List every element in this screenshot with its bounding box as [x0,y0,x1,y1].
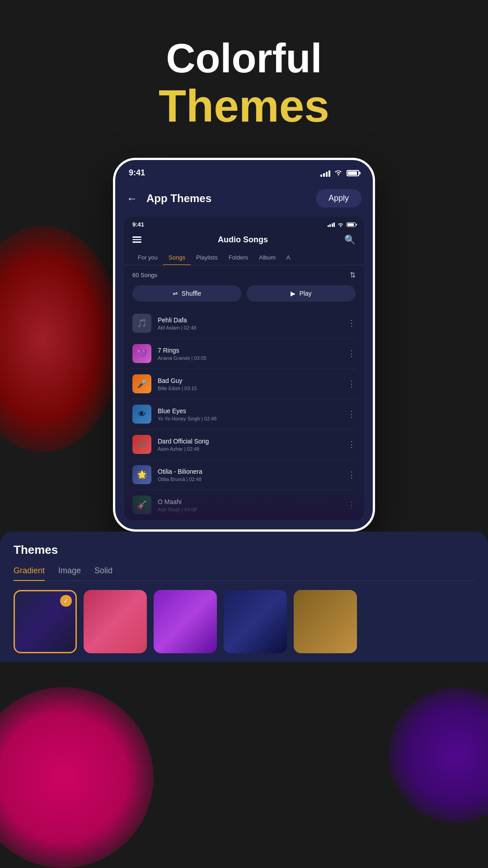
sort-icon[interactable]: ⇅ [350,271,356,279]
list-item: 🎵 Pehli Dafa Atif Aslam | 02:48 ⋮ [132,308,356,339]
tab-for-you[interactable]: For you [132,250,163,265]
song-more-icon[interactable]: ⋮ [347,500,356,510]
page-header: Colorful Themes [0,0,488,149]
song-info: Blue Eyes Yo Yo Honey Singh | 02:48 [158,407,341,421]
song-title: Blue Eyes [158,407,341,415]
headline-line2: Themes [18,81,470,131]
song-info: O Maahi Arjit Singh | 04:08 [158,498,341,512]
song-art: 🎸 [132,495,151,514]
play-button[interactable]: ▶ Play [247,285,356,302]
tab-folders[interactable]: Folders [223,250,253,265]
shuffle-icon: ⇌ [173,290,178,297]
song-meta: Arjit Singh | 04:08 [158,507,341,512]
inner-signal-icon [328,222,335,227]
song-title: Pehli Dafa [158,316,341,324]
songs-count: 60 Songs [132,272,157,278]
tab-album[interactable]: Album [253,250,281,265]
song-meta: Atif Aslam | 02:48 [158,325,341,330]
back-button[interactable]: ← [127,192,137,205]
inner-app-nav: Audio Songs 🔍 [124,231,364,250]
theme-swatch-5[interactable] [294,590,357,653]
song-art: 💜 [132,344,151,363]
list-item: 🎸 O Maahi Arjit Singh | 04:08 ⋮ [132,490,356,520]
song-title: Bad Guy [158,377,341,384]
apply-button[interactable]: Apply [316,189,361,208]
status-icons [320,169,359,178]
list-item: 💜 7 Rings Ariana Grande | 03:05 ⋮ [132,339,356,369]
play-icon: ▶ [291,290,296,297]
bg-decoration-pink [0,687,154,868]
song-meta: Asim Azhar | 02:48 [158,446,341,452]
tabs-row: For you Songs Playlists Folders Album A [124,250,364,265]
battery-icon [347,170,359,176]
status-time: 9:41 [129,168,145,178]
theme-swatch-4[interactable] [224,590,287,653]
song-meta: Yo Yo Honey Singh | 02:48 [158,416,341,421]
inner-search-icon[interactable]: 🔍 [344,234,356,245]
inner-status-bar: 9:41 [124,217,364,231]
headline-line1: Colorful [18,36,470,81]
songs-count-row: 60 Songs ⇅ [124,265,364,283]
song-meta: Bille Eilish | 03:15 [158,386,341,391]
theme-swatches: ✓ [14,590,474,653]
song-more-icon[interactable]: ⋮ [347,379,356,389]
tab-songs[interactable]: Songs [163,250,191,265]
song-art: 🎤 [132,374,151,393]
song-art: 🌟 [132,465,151,484]
theme-swatch-2[interactable] [84,590,147,653]
app-title: App Themes [146,192,211,205]
song-more-icon[interactable]: ⋮ [347,470,356,480]
themes-panel-title: Themes [14,543,474,557]
bg-decoration-purple [389,687,488,823]
song-art: 👁 [132,405,151,424]
shuffle-button[interactable]: ⇌ Shuffle [132,285,241,302]
themes-panel: Themes Gradient Image Solid ✓ [0,532,488,662]
phone-container: 9:41 ← [0,149,488,541]
inner-wifi-icon [337,222,344,227]
song-info: Dard Official Song Asim Azhar | 02:48 [158,438,341,452]
inner-phone-preview: 9:41 [124,217,364,520]
inner-app-title: Audio Songs [218,235,268,245]
song-more-icon[interactable]: ⋮ [347,439,356,449]
list-item: 🎶 Dard Official Song Asim Azhar | 02:48 … [132,429,356,460]
themes-tab-image[interactable]: Image [58,564,81,580]
list-item: 🌟 Otilia - Bilionera Otilia Brumă | 02:4… [132,460,356,490]
menu-icon[interactable] [132,236,141,243]
song-list: 🎵 Pehli Dafa Atif Aslam | 02:48 ⋮ 💜 7 Ri… [124,308,364,520]
song-info: Pehli Dafa Atif Aslam | 02:48 [158,316,341,330]
theme-swatch-1[interactable]: ✓ [14,590,77,653]
song-title: O Maahi [158,498,341,505]
app-header: ← App Themes Apply [115,182,373,217]
song-meta: Otilia Brumă | 02:48 [158,476,341,482]
song-title: 7 Rings [158,347,341,354]
tab-a[interactable]: A [281,250,296,265]
playback-row: ⇌ Shuffle ▶ Play [124,283,364,308]
song-title: Otilia - Bilionera [158,468,341,475]
song-title: Dard Official Song [158,438,341,445]
list-item: 👁 Blue Eyes Yo Yo Honey Singh | 02:48 ⋮ [132,399,356,429]
song-info: Bad Guy Bille Eilish | 03:15 [158,377,341,391]
wifi-icon [334,169,343,178]
app-header-left: ← App Themes [127,192,211,205]
theme-swatch-3[interactable] [154,590,217,653]
list-item: 🎤 Bad Guy Bille Eilish | 03:15 ⋮ [132,369,356,399]
signal-icon [320,170,330,177]
status-bar: 9:41 [115,160,373,182]
song-info: 7 Rings Ariana Grande | 03:05 [158,347,341,361]
tab-playlists[interactable]: Playlists [191,250,223,265]
song-art: 🎵 [132,314,151,333]
inner-status-icons [328,222,356,227]
song-info: Otilia - Bilionera Otilia Brumă | 02:48 [158,468,341,482]
song-meta: Ariana Grande | 03:05 [158,355,341,361]
song-more-icon[interactable]: ⋮ [347,318,356,328]
song-art: 🎶 [132,435,151,454]
themes-tabs: Gradient Image Solid [14,564,474,581]
themes-tab-solid[interactable]: Solid [94,564,113,580]
themes-tab-gradient[interactable]: Gradient [14,564,45,581]
swatch-check-icon: ✓ [60,595,72,607]
phone-frame: 9:41 ← [113,158,375,532]
song-more-icon[interactable]: ⋮ [347,409,356,419]
song-more-icon[interactable]: ⋮ [347,349,356,359]
inner-battery-icon [347,222,356,227]
inner-status-time: 9:41 [132,221,144,228]
